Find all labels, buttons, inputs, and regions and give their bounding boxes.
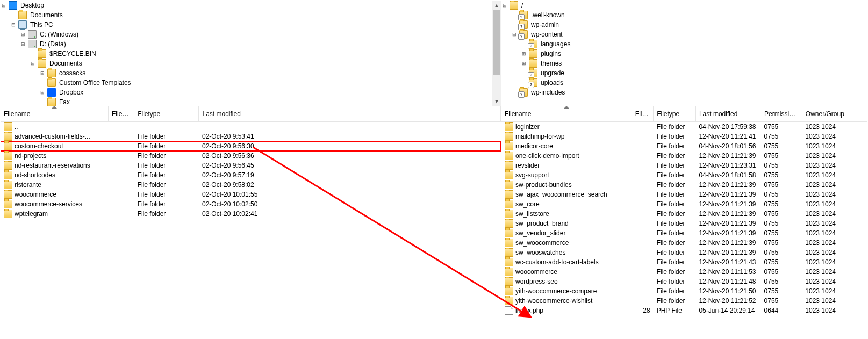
column-header-perm[interactable]: Permissions: [761, 106, 802, 121]
scroll-down-icon[interactable]: ▼: [492, 97, 501, 106]
file-row[interactable]: nd-projectsFile folder02-Oct-20 9:56:36: [1, 151, 501, 161]
file-row[interactable]: sw_liststoreFile folder12-Nov-20 11:21:3…: [501, 209, 867, 219]
filename-text: medicor-core: [515, 142, 553, 150]
cell-size: [109, 170, 134, 180]
file-row[interactable]: woocommerce-servicesFile folder02-Oct-20…: [1, 199, 501, 209]
remote-file-list[interactable]: FilenameFilesizeFiletypeLast modifiedPer…: [501, 106, 867, 338]
file-row[interactable]: loginizerFile folder04-Nov-20 17:59:3807…: [501, 121, 867, 132]
cell-owner: 1023 1024: [802, 286, 867, 296]
column-header-size[interactable]: Filesize: [632, 106, 653, 121]
cell-perm: 0755: [761, 296, 802, 306]
scroll-thumb[interactable]: [493, 10, 500, 75]
file-row[interactable]: sw_woocommerceFile folder12-Nov-20 11:21…: [501, 238, 867, 248]
tree-node[interactable]: $RECYCLE.BIN: [30, 49, 501, 59]
file-row[interactable]: yith-woocommerce-compareFile folder12-No…: [501, 286, 867, 296]
cell-size: [632, 267, 653, 277]
column-header-mod[interactable]: Last modified: [199, 106, 501, 121]
scrollbar-vertical[interactable]: ▲ ▼: [492, 1, 501, 106]
file-row[interactable]: sw_vendor_sliderFile folder12-Nov-20 11:…: [501, 228, 867, 238]
cell-size: [632, 170, 653, 180]
filename-text: sw_woocommerce: [515, 239, 569, 247]
file-row[interactable]: wordpress-seoFile folder12-Nov-20 11:21:…: [501, 277, 867, 286]
tree-node[interactable]: ⊞themes: [521, 59, 867, 68]
tree-node[interactable]: languages: [521, 39, 867, 49]
collapse-icon[interactable]: ⊟: [10, 21, 17, 28]
collapse-icon[interactable]: ⊟: [1, 2, 7, 9]
column-header-type[interactable]: Filetype: [654, 106, 696, 121]
column-header-name[interactable]: Filename: [501, 106, 632, 121]
tree-node[interactable]: ⊟wp-content: [511, 30, 867, 39]
tree-node[interactable]: ⊞C: (Windows): [20, 30, 501, 39]
file-row[interactable]: index.php28PHP File05-Jun-14 20:29:14064…: [501, 306, 867, 315]
expand-icon[interactable]: ⊞: [521, 60, 527, 67]
local-folder-tree[interactable]: ▲ ▼ ⊟DesktopDocuments⊟This PC⊞C: (Window…: [1, 1, 501, 106]
file-row[interactable]: sw_product_brandFile folder12-Nov-20 11:…: [501, 219, 867, 228]
tree-node[interactable]: ⊞plugins: [521, 49, 867, 59]
tree-node[interactable]: Custom Office Templates: [39, 78, 501, 88]
file-row[interactable]: ..: [1, 121, 501, 132]
local-file-list[interactable]: FilenameFilesizeFiletypeLast modified..a…: [1, 106, 501, 338]
tree-node[interactable]: ⊟This PC: [10, 20, 501, 30]
tree-node[interactable]: wp-admin: [511, 20, 867, 30]
file-row[interactable]: woocommerceFile folder12-Nov-20 11:11:53…: [501, 267, 867, 277]
cell-perm: 0755: [761, 180, 802, 190]
cell-size: [632, 296, 653, 306]
file-row[interactable]: mailchimp-for-wpFile folder12-Nov-20 11:…: [501, 132, 867, 141]
collapse-icon[interactable]: ⊟: [501, 2, 508, 9]
file-row[interactable]: sw-product-bundlesFile folder12-Nov-20 1…: [501, 180, 867, 190]
cell-perm: 0755: [761, 151, 802, 161]
collapse-icon[interactable]: ⊟: [20, 41, 26, 47]
tree-node[interactable]: ⊟/: [501, 1, 867, 10]
tree-node[interactable]: wp-includes: [511, 88, 867, 97]
cell-owner: 1023 1024: [802, 132, 867, 141]
tree-node[interactable]: ⊟D: (Data): [20, 39, 501, 49]
cell-type: File folder: [134, 180, 199, 190]
file-row[interactable]: sw_wooswatchesFile folder12-Nov-20 11:21…: [501, 248, 867, 257]
cell-name: sw_ajax_woocommerce_search: [501, 190, 632, 199]
file-row[interactable]: sw_ajax_woocommerce_searchFile folder12-…: [501, 190, 867, 199]
tree-node[interactable]: Documents: [10, 10, 501, 20]
scroll-up-icon[interactable]: ▲: [492, 1, 501, 10]
cell-owner: 1023 1024: [802, 267, 867, 277]
tree-node[interactable]: ⊞Dropbox: [39, 88, 501, 97]
tree-node[interactable]: .well-known: [511, 10, 867, 20]
file-row[interactable]: nd-shortcodesFile folder02-Oct-20 9:57:1…: [1, 170, 501, 180]
tree-node-label: Dropbox: [58, 89, 84, 96]
tree-node[interactable]: ⊟Desktop: [1, 1, 501, 10]
tree-node[interactable]: ⊞cossacks: [39, 68, 501, 78]
column-header-size[interactable]: Filesize: [109, 106, 134, 121]
folder-icon: [4, 210, 12, 218]
file-row[interactable]: woocommerceFile folder02-Oct-20 10:01:55: [1, 190, 501, 199]
tree-node[interactable]: ⊟Documents: [30, 59, 501, 68]
collapse-icon[interactable]: ⊟: [30, 60, 36, 67]
file-row[interactable]: wptelegramFile folder02-Oct-20 10:02:41: [1, 209, 501, 219]
expand-icon[interactable]: ⊞: [20, 31, 26, 38]
cell-name: sw_woocommerce: [501, 238, 632, 248]
remote-folder-tree[interactable]: ⊟/.well-knownwp-admin⊟wp-contentlanguage…: [501, 1, 867, 106]
tree-node[interactable]: uploads: [521, 78, 867, 88]
expand-icon[interactable]: ⊞: [39, 70, 46, 76]
column-header-name[interactable]: Filename: [1, 106, 109, 121]
file-row[interactable]: revsliderFile folder12-Nov-20 11:23:3107…: [501, 161, 867, 170]
pc-icon: [18, 20, 27, 29]
file-row[interactable]: sw_coreFile folder12-Nov-20 11:21:390755…: [501, 199, 867, 209]
column-header-mod[interactable]: Last modified: [695, 106, 761, 121]
tree-node[interactable]: upgrade: [521, 68, 867, 78]
expand-icon[interactable]: ⊞: [521, 51, 527, 57]
file-row[interactable]: ristoranteFile folder02-Oct-20 9:58:02: [1, 180, 501, 190]
file-row[interactable]: medicor-coreFile folder04-Nov-20 18:01:5…: [501, 141, 867, 151]
filename-text: custom-checkout: [15, 142, 63, 150]
collapse-icon[interactable]: ⊟: [511, 31, 518, 38]
file-row[interactable]: wc-custom-add-to-cart-labelsFile folder1…: [501, 257, 867, 267]
file-row[interactable]: nd-restaurant-reservationsFile folder02-…: [1, 161, 501, 170]
file-row[interactable]: custom-checkoutFile folder02-Oct-20 9:56…: [1, 141, 501, 151]
column-header-type[interactable]: Filetype: [134, 106, 199, 121]
cell-perm: 0755: [761, 238, 802, 248]
file-row[interactable]: one-click-demo-importFile folder12-Nov-2…: [501, 151, 867, 161]
file-row[interactable]: advanced-custom-fields-...File folder02-…: [1, 132, 501, 141]
file-row[interactable]: svg-supportFile folder04-Nov-20 18:01:58…: [501, 170, 867, 180]
tree-node[interactable]: Fax: [39, 97, 501, 106]
expand-icon[interactable]: ⊞: [39, 89, 46, 96]
column-header-owner[interactable]: Owner/Group: [802, 106, 867, 121]
file-row[interactable]: yith-woocommerce-wishlistFile folder12-N…: [501, 296, 867, 306]
